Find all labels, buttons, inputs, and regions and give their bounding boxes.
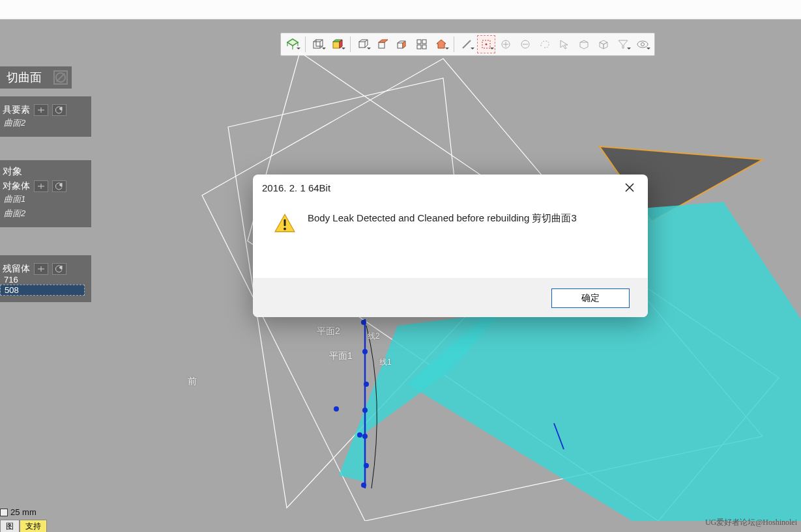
residual-value-1[interactable]: 508 (0, 285, 85, 296)
block-icon (53, 70, 68, 85)
svg-line-71 (554, 423, 564, 449)
svg-rect-27 (417, 45, 421, 49)
group2-row-label: 对象体 (3, 180, 30, 192)
filter-icon[interactable] (614, 35, 632, 53)
svg-marker-22 (403, 41, 405, 48)
svg-point-63 (362, 349, 368, 354)
svg-point-62 (361, 320, 366, 325)
svg-point-65 (334, 406, 339, 412)
label-plane2: 平面2 (317, 326, 340, 337)
label-front: 前 (188, 376, 197, 387)
ortho-icon[interactable] (354, 35, 372, 53)
visibility-icon[interactable] (634, 35, 652, 53)
highlight-icon[interactable] (34, 104, 48, 116)
multiview-icon[interactable] (413, 35, 431, 53)
bottom-tabs: 图 支持 (0, 520, 47, 532)
selection-icon[interactable] (477, 35, 495, 53)
separator (350, 36, 351, 52)
residual-value-0[interactable]: 716 (0, 275, 85, 285)
group1-header: 具要素 (3, 104, 30, 116)
section-icon[interactable] (373, 35, 392, 53)
undo-icon[interactable] (52, 180, 66, 192)
highlight-icon[interactable] (34, 180, 48, 192)
svg-point-45 (641, 43, 645, 46)
iso-icon[interactable] (393, 35, 411, 53)
target-item-0[interactable]: 曲面1 (0, 192, 85, 206)
svg-marker-42 (604, 42, 607, 49)
ok-button[interactable]: 确定 (551, 288, 630, 308)
svg-marker-54 (59, 266, 62, 270)
svg-marker-51 (59, 183, 62, 187)
dialog-message: Body Leak Detected and Cleaned before re… (308, 212, 577, 225)
group2-header: 对象 (0, 165, 85, 178)
label-line2: 线2 (368, 331, 380, 342)
title-bar (0, 0, 801, 20)
svg-rect-10 (333, 42, 340, 48)
panel-group-tool: 具要素 曲面2 (0, 96, 91, 137)
panel-group-target: 对象 对象体 曲面1 曲面2 (0, 160, 91, 227)
svg-marker-1 (287, 39, 298, 46)
highlight-icon[interactable] (34, 263, 48, 275)
svg-rect-75 (284, 219, 286, 227)
wireframe-icon[interactable] (309, 35, 327, 53)
svg-point-70 (361, 483, 366, 488)
svg-point-69 (364, 463, 369, 468)
svg-marker-40 (600, 40, 607, 44)
svg-marker-12 (340, 40, 342, 48)
svg-point-64 (364, 382, 369, 387)
warning-icon (274, 212, 296, 234)
home-view-icon[interactable] (432, 35, 450, 53)
feature-panel-title: 切曲面 (0, 66, 72, 89)
add-target-icon[interactable] (497, 35, 515, 53)
svg-marker-60 (339, 313, 502, 482)
dialog-titlebar: 2016. 2. 1 64Bit (253, 175, 648, 201)
label-line1: 线1 (379, 357, 392, 368)
face-select-icon[interactable] (575, 35, 593, 53)
svg-line-30 (463, 40, 471, 48)
panel-title-text: 切曲面 (7, 70, 42, 85)
svg-marker-41 (600, 42, 604, 49)
svg-marker-48 (59, 107, 62, 111)
svg-point-67 (357, 432, 362, 438)
view-toolbar (280, 33, 655, 56)
lasso-icon[interactable] (536, 35, 554, 53)
svg-point-44 (637, 41, 648, 48)
svg-rect-19 (379, 42, 385, 48)
body-select-icon[interactable] (594, 35, 613, 53)
scale-box-icon (0, 509, 8, 516)
svg-rect-5 (313, 42, 320, 48)
svg-point-32 (486, 44, 488, 46)
undo-icon[interactable] (52, 263, 66, 275)
label-plane1: 平面1 (329, 350, 353, 362)
close-icon[interactable] (620, 178, 639, 197)
target-item-1[interactable]: 曲面2 (0, 206, 85, 221)
tab-support[interactable]: 支持 (20, 520, 47, 532)
group3-header: 残留体 (3, 263, 30, 275)
alert-dialog: 2016. 2. 1 64Bit Body Leak Detected and … (253, 175, 648, 317)
svg-rect-26 (422, 40, 426, 44)
tab-drawing[interactable]: 图 (0, 520, 20, 532)
shaded-icon[interactable] (328, 35, 347, 53)
svg-point-66 (362, 408, 368, 413)
dialog-title: 2016. 2. 1 64Bit (262, 182, 330, 193)
group1-row-label[interactable]: 曲面2 (0, 116, 85, 130)
svg-rect-25 (417, 40, 421, 44)
edge-icon[interactable] (458, 35, 476, 53)
remove-target-icon[interactable] (516, 35, 534, 53)
watermark: UG爱好者论坛@Hoshinolei (705, 517, 797, 528)
svg-line-18 (365, 45, 368, 48)
svg-marker-29 (437, 40, 446, 48)
svg-point-76 (284, 228, 286, 231)
separator (454, 36, 454, 52)
svg-marker-20 (379, 40, 388, 42)
undo-icon[interactable] (52, 104, 66, 116)
svg-rect-13 (359, 42, 365, 48)
scale-indicator: 25 mm (0, 507, 36, 517)
display-style-icon[interactable] (284, 35, 302, 53)
svg-rect-21 (398, 43, 403, 48)
scale-text: 25 mm (10, 507, 36, 517)
svg-point-68 (362, 434, 368, 439)
svg-marker-43 (619, 40, 628, 48)
pointer-add-icon[interactable] (555, 35, 574, 53)
svg-rect-28 (422, 45, 426, 49)
